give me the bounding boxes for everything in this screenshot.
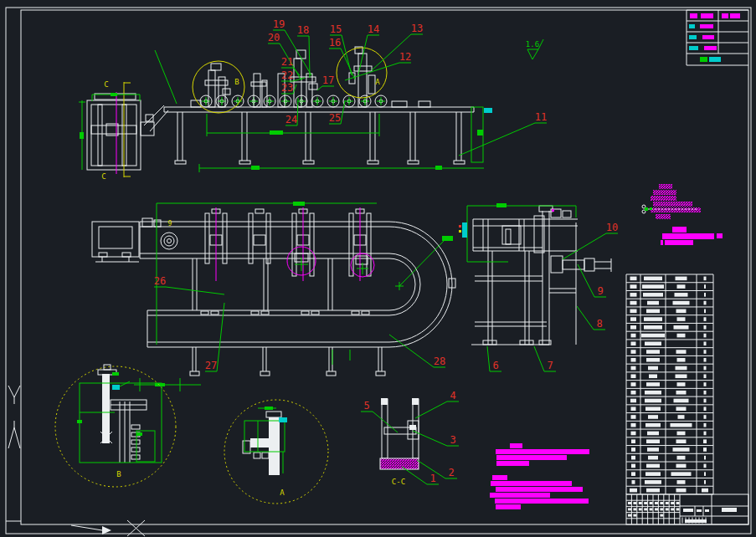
detail-a-view-rect [250, 438, 269, 448]
detail-b-view-rect [102, 374, 110, 443]
table-cell-text [704, 382, 707, 386]
tag [484, 108, 492, 113]
leader-line [155, 50, 177, 104]
station-plate [292, 213, 296, 276]
dim-text [111, 93, 117, 96]
table-cell-text [704, 309, 706, 314]
dim-text [136, 432, 142, 436]
table-cell-text [647, 432, 659, 436]
table-cell-text [631, 456, 635, 460]
table-cell-text [704, 284, 706, 289]
leg-foot [239, 161, 250, 164]
title-cell-text [644, 508, 647, 510]
sheet-border-rect [6, 8, 751, 534]
callout-label-9: 9 [597, 285, 603, 297]
dot [552, 209, 554, 212]
section-cc-view-rect [409, 425, 416, 430]
table-cell-text [630, 293, 637, 297]
roughness-value: 1.6 [526, 40, 539, 49]
table-cell-text [631, 415, 636, 419]
table-cell-text [676, 439, 687, 443]
title-cell-text [628, 508, 631, 510]
tolerance-cell-text [701, 13, 713, 18]
title-cell-text [650, 508, 653, 510]
title-cell-text [666, 508, 669, 510]
note-text [510, 443, 522, 448]
table-cell-text [704, 366, 707, 371]
leg-foot [368, 161, 378, 164]
table-cell-text [648, 366, 658, 371]
plan-marker-glyph: 9 [168, 220, 172, 228]
right-side-view [459, 203, 611, 345]
table-cell-text [678, 415, 685, 419]
table-cell-text [645, 391, 661, 395]
note-text-hatched [651, 207, 701, 212]
table-cell-text [703, 439, 707, 443]
table-cell-text [677, 432, 686, 436]
callout-label-17: 17 [322, 74, 334, 86]
centering-marks-line [8, 386, 14, 397]
table-cell-text [646, 488, 660, 493]
callout-leader [415, 401, 447, 418]
note-text [491, 481, 572, 486]
title-cell-text [722, 508, 737, 512]
title-cell-text [660, 514, 663, 517]
right-side-view-rect [506, 229, 511, 244]
title-cell-text [671, 508, 674, 510]
right-side-view-rect [563, 211, 571, 217]
plan-view-rect [122, 253, 131, 257]
dim-text [477, 130, 483, 136]
tag [462, 222, 467, 238]
tolerance-cell-text [700, 57, 707, 62]
table-cell-text [677, 358, 686, 362]
right-side-view-rect [502, 226, 521, 244]
table-cell-text [673, 301, 690, 305]
table-cell-text [704, 350, 707, 354]
table-cell-text [631, 341, 636, 345]
right-side-view-rect [551, 256, 563, 273]
callout-leader [341, 49, 355, 79]
callout-leader [459, 123, 535, 156]
table-cell-text [646, 350, 660, 354]
dim-text [112, 372, 119, 376]
table-cell-text [641, 334, 665, 338]
right-side-view-rect [584, 258, 594, 271]
callout-label-7: 7 [547, 360, 553, 371]
label-section-c-bottom: C [101, 172, 105, 181]
dim-text [155, 383, 165, 386]
plan-view-rect [255, 209, 264, 213]
table-cell-text [647, 301, 659, 305]
tolerance-cell-text [704, 46, 717, 50]
title-cell-text [685, 519, 707, 523]
u-turn-arc [389, 258, 415, 310]
callout-label-12: 12 [399, 51, 411, 63]
leader-line [118, 381, 130, 387]
table-cell-text [645, 341, 661, 345]
callout-label-28: 28 [434, 355, 445, 367]
table-cell-text [630, 325, 636, 330]
note-text [496, 449, 589, 454]
table-cell-text [704, 293, 706, 297]
table-cell-text [676, 464, 687, 468]
table-cell-text [645, 407, 661, 411]
plan-view-rect [251, 311, 259, 315]
base-plate-hatch [380, 458, 419, 469]
dim-text [650, 207, 652, 210]
dim-text [80, 132, 84, 139]
plan-view-circle [167, 239, 172, 243]
callout-leader [563, 233, 606, 259]
table-cell-text [643, 293, 663, 297]
table-cell-text [631, 334, 636, 338]
label-detail-b: B [116, 470, 121, 478]
roughness-symbol-line [527, 49, 532, 59]
tolerance-cell-text [709, 57, 721, 62]
note-text [490, 493, 550, 498]
callout-label-18: 18 [297, 24, 309, 36]
table-cell-text [631, 374, 636, 378]
tolerance-cell-text [700, 24, 713, 28]
table-cell-text [676, 374, 687, 378]
title-cell-text [633, 514, 636, 517]
note-text-hatched [659, 184, 672, 189]
table-cell-text [676, 366, 687, 371]
title-cell-text [655, 508, 658, 510]
